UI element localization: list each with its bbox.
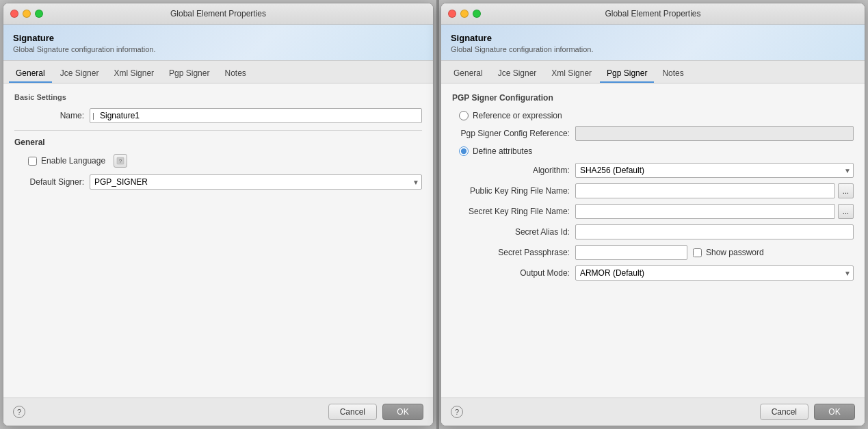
- left-header: Signature Global Signature configuration…: [3, 25, 433, 61]
- right-secret-alias-row: Secret Alias Id:: [452, 224, 854, 239]
- right-radio-define[interactable]: [459, 146, 469, 156]
- left-tab-general[interactable]: General: [9, 65, 52, 83]
- right-output-mode-wrapper: ARMOR (Default) BASE64 BINARY ▼: [575, 265, 854, 281]
- left-tabs-bar: General Jce Signer Xml Signer Pgp Signer…: [3, 61, 433, 83]
- right-public-key-label: Public Key Ring File Name:: [452, 186, 575, 196]
- right-header: Signature Global Signature configuration…: [441, 25, 865, 61]
- right-public-key-input[interactable]: [575, 183, 835, 198]
- right-tab-jce-signer[interactable]: Jce Signer: [491, 65, 544, 83]
- right-algorithm-wrapper: SHA256 (Default) SHA512 MD5 ▼: [575, 163, 854, 178]
- right-footer-left: ?: [451, 406, 754, 418]
- left-dialog: Global Element Properties Signature Glob…: [3, 3, 434, 426]
- left-max-btn[interactable]: [35, 10, 43, 18]
- left-name-input[interactable]: [90, 108, 422, 123]
- left-enable-language-row: Enable Language ?: [14, 154, 422, 168]
- right-window-controls: [448, 10, 481, 18]
- right-show-password-row: Show password: [693, 248, 764, 257]
- right-tab-general[interactable]: General: [447, 65, 490, 83]
- right-tab-notes[interactable]: Notes: [655, 65, 690, 83]
- dialog-divider: [436, 0, 439, 429]
- svg-text:?: ?: [119, 158, 122, 164]
- right-secret-passphrase-input[interactable]: [575, 245, 687, 260]
- right-help-button[interactable]: ?: [451, 406, 463, 418]
- right-header-title: Signature: [451, 33, 855, 43]
- left-min-btn[interactable]: [23, 10, 31, 18]
- right-content: PGP Signer Configuration Reference or ex…: [441, 83, 865, 398]
- right-ok-button[interactable]: OK: [814, 404, 855, 420]
- left-ok-button[interactable]: OK: [382, 404, 423, 420]
- left-window-controls: [10, 10, 43, 18]
- left-help-button[interactable]: ?: [13, 406, 25, 418]
- right-tabs-bar: General Jce Signer Xml Signer Pgp Signer…: [441, 61, 865, 83]
- right-output-mode-select[interactable]: ARMOR (Default) BASE64 BINARY: [575, 265, 854, 281]
- right-secret-key-input[interactable]: [575, 204, 835, 219]
- right-header-subtitle: Global Signature configuration informati…: [451, 45, 855, 53]
- right-show-password-checkbox[interactable]: [693, 248, 702, 257]
- right-close-btn[interactable]: [448, 10, 456, 18]
- right-public-key-row: Public Key Ring File Name: ...: [452, 183, 854, 198]
- left-enable-language-checkbox[interactable]: [28, 157, 37, 166]
- right-footer: ? Cancel OK: [441, 398, 865, 426]
- right-algorithm-row: Algorithm: SHA256 (Default) SHA512 MD5 ▼: [452, 163, 854, 178]
- right-title-bar: Global Element Properties: [441, 3, 865, 25]
- right-algorithm-label: Algorithm:: [452, 166, 575, 175]
- right-max-btn[interactable]: [473, 10, 481, 18]
- left-default-signer-select[interactable]: PGP_SIGNER JCE_SIGNER XML_SIGNER: [90, 174, 422, 190]
- left-cursor-icon: |: [92, 112, 94, 120]
- help-icon: ?: [116, 157, 124, 165]
- right-secret-alias-input[interactable]: [575, 224, 854, 239]
- right-radio-ref-row: Reference or expression: [452, 111, 854, 120]
- right-secret-passphrase-row: Secret Passphrase: Show password: [452, 245, 854, 260]
- right-radio-ref-label: Reference or expression: [473, 111, 562, 120]
- left-default-signer-wrapper: PGP_SIGNER JCE_SIGNER XML_SIGNER ▼: [90, 174, 422, 190]
- left-default-signer-row: Default Signer: PGP_SIGNER JCE_SIGNER XM…: [14, 174, 422, 190]
- right-cancel-button[interactable]: Cancel: [760, 404, 808, 420]
- right-tab-pgp-signer[interactable]: Pgp Signer: [600, 65, 654, 83]
- right-dialog: Global Element Properties Signature Glob…: [440, 3, 865, 426]
- left-close-btn[interactable]: [10, 10, 18, 18]
- right-min-btn[interactable]: [460, 10, 469, 18]
- left-cancel-button[interactable]: Cancel: [328, 404, 377, 420]
- right-radio-ref[interactable]: [459, 111, 469, 120]
- left-separator-1: [14, 130, 422, 131]
- left-footer: ? Cancel OK: [3, 398, 433, 426]
- left-name-label: Name:: [14, 111, 90, 120]
- right-secret-alias-label: Secret Alias Id:: [452, 227, 575, 237]
- left-title: Global Element Properties: [170, 9, 266, 18]
- left-footer-left: ?: [13, 406, 323, 418]
- left-name-input-wrapper: |: [90, 108, 422, 123]
- left-enable-language-label: Enable Language: [41, 156, 105, 166]
- right-title: Global Element Properties: [605, 9, 700, 18]
- right-radio-define-label: Define attributes: [473, 146, 532, 156]
- left-default-signer-label: Default Signer:: [14, 177, 90, 187]
- left-content: Basic Settings Name: | General Enable La…: [3, 83, 433, 398]
- left-tab-jce-signer[interactable]: Jce Signer: [53, 65, 106, 83]
- left-header-title: Signature: [13, 33, 423, 43]
- left-general-label: General: [14, 138, 422, 147]
- right-pgp-section-label: PGP Signer Configuration: [452, 93, 854, 103]
- left-tab-pgp-signer[interactable]: Pgp Signer: [162, 65, 216, 83]
- right-secret-key-browse-btn[interactable]: ...: [838, 204, 854, 219]
- right-output-mode-row: Output Mode: ARMOR (Default) BASE64 BINA…: [452, 265, 854, 281]
- right-secret-key-row: Secret Key Ring File Name: ...: [452, 204, 854, 219]
- right-pgp-config-ref-input[interactable]: [575, 126, 854, 141]
- right-output-mode-label: Output Mode:: [452, 268, 575, 278]
- right-secret-passphrase-label: Secret Passphrase:: [452, 248, 575, 257]
- left-tab-notes[interactable]: Notes: [218, 65, 252, 83]
- left-header-subtitle: Global Signature configuration informati…: [13, 45, 423, 53]
- left-title-bar: Global Element Properties: [3, 3, 433, 25]
- left-tab-xml-signer[interactable]: Xml Signer: [107, 65, 161, 83]
- right-algorithm-select[interactable]: SHA256 (Default) SHA512 MD5: [575, 163, 854, 178]
- left-name-row: Name: |: [14, 108, 422, 123]
- right-tab-xml-signer[interactable]: Xml Signer: [544, 65, 599, 83]
- left-help-icon-btn[interactable]: ?: [114, 154, 127, 168]
- right-secret-key-label: Secret Key Ring File Name:: [452, 207, 575, 216]
- right-public-key-browse-btn[interactable]: ...: [838, 183, 854, 198]
- right-pgp-config-ref-label: Pgp Signer Config Reference:: [452, 129, 575, 138]
- left-basic-settings-label: Basic Settings: [14, 93, 422, 101]
- right-show-password-label: Show password: [706, 248, 764, 257]
- right-pgp-config-ref-row: Pgp Signer Config Reference:: [452, 126, 854, 141]
- right-radio-define-row: Define attributes: [452, 146, 854, 156]
